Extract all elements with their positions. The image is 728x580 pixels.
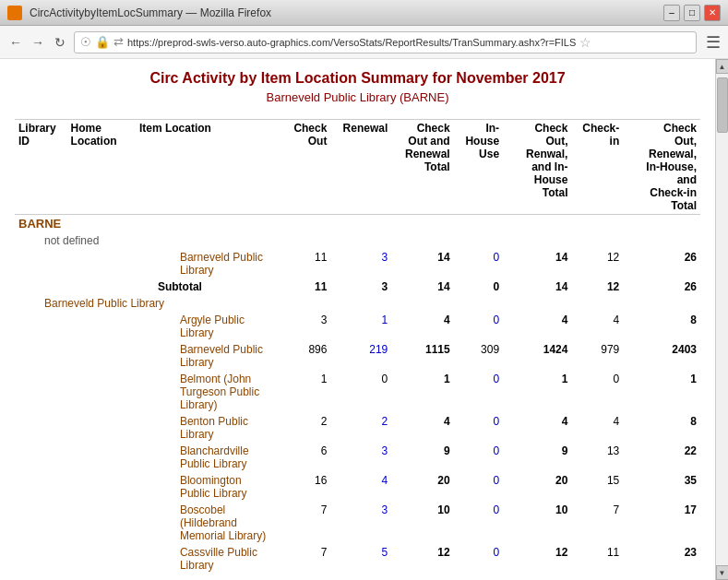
bookmark-star-icon[interactable]: ☆	[579, 35, 591, 50]
table-row: Argyle Public Library 3 1 4 0 4 4 8	[15, 312, 700, 341]
cell-grand-total: 8	[623, 312, 700, 341]
table-row: Barneveld Public Library 896 219 1115 30…	[15, 341, 700, 371]
cell-st-inhouse-total: 14	[503, 278, 571, 295]
cell-st-in-house-use: 0	[454, 278, 503, 295]
cell-check-out: 896	[275, 341, 330, 371]
cell-check-out: 7	[275, 544, 330, 574]
cell-check-in: 13	[571, 443, 623, 472]
col-header-library-id: LibraryID	[15, 120, 67, 215]
table-row: Bloomington Public Library 16 4 20 0 20 …	[15, 472, 700, 502]
maximize-button[interactable]: □	[684, 5, 700, 21]
cell-checkout-renewal-total: 9	[391, 443, 453, 472]
scroll-track[interactable]	[716, 74, 729, 565]
scroll-thumb[interactable]	[717, 77, 728, 133]
cell-grand-total: 8	[623, 413, 700, 443]
cell-inhouse-total: 9	[503, 443, 571, 472]
cell-checkout-renewal-total: 4	[391, 413, 453, 443]
nav-bar: ← → ↻ ☉ 🔒 ⇄ https://preprod-swls-verso.a…	[0, 26, 728, 59]
cell-renewal: 1	[330, 312, 391, 341]
menu-button[interactable]: ☰	[706, 32, 721, 53]
cell-inhouse-total: 20	[503, 472, 571, 502]
cell-library-id	[15, 312, 67, 341]
cell-check-in: 0	[571, 371, 623, 413]
col-header-check-in: Check-in	[571, 120, 623, 215]
main-content: Circ Activity by Item Location Summary f…	[0, 59, 715, 580]
report-table: LibraryID HomeLocation Item Location Che…	[15, 119, 700, 574]
cell-check-out: 16	[275, 472, 330, 502]
subtotal-row: Subtotal 11 3 14 0 14 12 26	[15, 278, 700, 295]
cell-st-checkout-renewal-total: 14	[391, 278, 453, 295]
cell-st-home-location	[67, 278, 136, 295]
cell-library-id	[15, 249, 67, 278]
scroll-up-button[interactable]: ▲	[716, 59, 729, 74]
cell-grand-total: 22	[623, 443, 700, 472]
cell-st-check-in: 12	[571, 278, 623, 295]
cell-checkout-renewal-total: 10	[391, 502, 453, 544]
report-title: Circ Activity by Item Location Summary f…	[15, 70, 700, 87]
cell-grand-total: 23	[623, 544, 700, 574]
cell-library-id	[15, 413, 67, 443]
cell-item-location: Barneveld Public Library	[136, 341, 275, 371]
cell-st-library-id	[15, 278, 67, 295]
section-header-row: BARNE	[15, 215, 700, 233]
cell-item-location: Benton Public Library	[136, 413, 275, 443]
cell-home-location	[67, 371, 136, 413]
cell-in-house-use: 0	[454, 472, 503, 502]
cell-library-id	[15, 371, 67, 413]
cell-in-house-use: 0	[454, 502, 503, 544]
col-header-in-house-use: In-HouseUse	[454, 120, 503, 215]
refresh-button[interactable]: ↻	[52, 34, 68, 51]
cell-renewal: 3	[330, 249, 391, 278]
table-row: Boscobel (Hildebrand Memorial Library) 7…	[15, 502, 700, 544]
cell-renewal: 2	[330, 413, 391, 443]
cell-library-id	[15, 341, 67, 371]
scroll-down-button[interactable]: ▼	[716, 565, 729, 580]
back-button[interactable]: ←	[7, 34, 24, 51]
table-header-row: LibraryID HomeLocation Item Location Che…	[15, 120, 700, 215]
cell-grand-total: 17	[623, 502, 700, 544]
cell-inhouse-total: 1	[503, 371, 571, 413]
cell-item-location: Cassville Public Library	[136, 544, 275, 574]
cell-st-renewal: 3	[330, 278, 391, 295]
cell-check-in: 4	[571, 413, 623, 443]
arrows-icon: ⇄	[113, 35, 124, 49]
cell-in-house-use: 0	[454, 249, 503, 278]
window-controls: – □ ✕	[663, 5, 721, 21]
col-header-check-out: CheckOut	[275, 120, 330, 215]
cell-in-house-use: 0	[454, 413, 503, 443]
cell-check-out: 3	[275, 312, 330, 341]
table-row: Belmont (John Turgeson Public Library) 1…	[15, 371, 700, 413]
cell-home-location	[67, 413, 136, 443]
title-bar: CircActivitybyItemLocSummary — Mozilla F…	[0, 0, 728, 26]
forward-button[interactable]: →	[30, 34, 46, 51]
url-text: https://preprod-swls-verso.auto-graphics…	[127, 37, 576, 48]
col-header-renewal: Renewal	[330, 120, 391, 215]
cell-check-out: 6	[275, 443, 330, 472]
minimize-button[interactable]: –	[663, 5, 680, 21]
cell-item-location: Belmont (John Turgeson Public Library)	[136, 371, 275, 413]
cell-inhouse-total: 14	[503, 249, 571, 278]
cell-st-grand-total: 26	[623, 278, 700, 295]
cell-inhouse-total: 1424	[503, 341, 571, 371]
cell-check-out: 7	[275, 502, 330, 544]
cell-checkout-renewal-total: 4	[391, 312, 453, 341]
cell-renewal: 219	[330, 341, 391, 371]
cell-check-in: 7	[571, 502, 623, 544]
window-title: CircActivitybyItemLocSummary — Mozilla F…	[30, 6, 271, 19]
cell-inhouse-total: 12	[503, 544, 571, 574]
cell-item-location: Argyle Public Library	[136, 312, 275, 341]
url-bar[interactable]: ☉ 🔒 ⇄ https://preprod-swls-verso.auto-gr…	[74, 31, 697, 53]
cell-checkout-renewal-total: 1	[391, 371, 453, 413]
cell-st-label: Subtotal	[136, 278, 275, 295]
cell-in-house-use: 0	[454, 544, 503, 574]
cell-renewal: 3	[330, 443, 391, 472]
cell-home-location	[67, 544, 136, 574]
col-header-grand-total: CheckOut,Renewal,In-House,andCheck-inTot…	[623, 120, 700, 215]
table-row: Cassville Public Library 7 5 12 0 12 11 …	[15, 544, 700, 574]
close-button[interactable]: ✕	[704, 5, 721, 21]
table-row: Barneveld Public Library 11 3 14 0 14 12…	[15, 249, 700, 278]
cell-inhouse-total: 10	[503, 502, 571, 544]
app-icon	[7, 6, 22, 20]
cell-checkout-renewal-total: 14	[391, 249, 453, 278]
cell-library-id	[15, 544, 67, 574]
